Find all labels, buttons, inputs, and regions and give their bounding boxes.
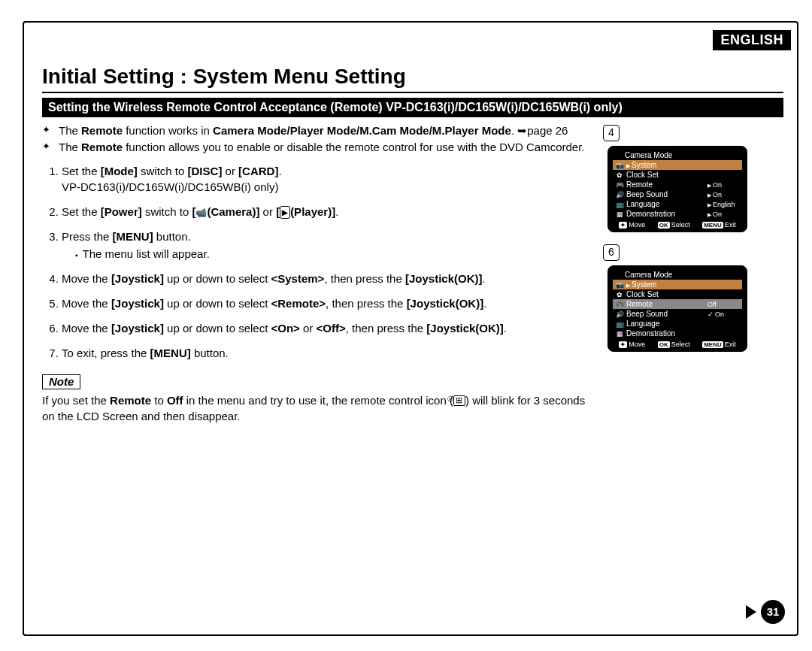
lcd-row-label: Language	[625, 200, 707, 208]
lcd-row-icon: 📷	[614, 281, 625, 289]
step-1: Set the [Mode] switch to [DISC] or [CARD…	[62, 163, 595, 195]
lcd-menu-rows: 📷System✿Clock Set🎮RemoteOn🔊Beep SoundOn📺…	[613, 160, 742, 219]
lcd-row-value: Off	[707, 301, 742, 308]
lcd-row-label: Clock Set	[625, 290, 707, 298]
lcd-row-icon: 🎮	[614, 181, 625, 189]
lcd-row-icon: ✿	[614, 291, 625, 298]
lcd-row-value: On	[707, 181, 742, 189]
camera-icon	[195, 205, 207, 218]
step-5: Move the [Joystick] up or down to select…	[62, 295, 595, 311]
lcd-row-icon: 🔊	[614, 191, 625, 198]
lcd-mode-title: Camera Mode	[625, 151, 742, 159]
lcd-row-value: On	[707, 310, 742, 318]
lcd-menu-row: 📺Language	[613, 319, 742, 329]
lcd-row-label: Beep Sound	[625, 310, 707, 318]
text: .	[511, 124, 517, 137]
lcd-row-label: Language	[625, 319, 707, 328]
lcd-menu-row: ▦Demonstration	[613, 329, 742, 338]
lcd-row-label: System	[625, 280, 707, 289]
lcd-row-icon: 🔊	[614, 310, 625, 318]
lcd-footer: ✦Move OKSelect MENUExit	[613, 341, 742, 348]
lcd-menu-row: 📷System	[613, 280, 742, 289]
title-rule	[42, 92, 783, 93]
step-3: Press the [MENU] button. The menu list w…	[62, 229, 595, 262]
body-column: The Remote function works in Camera Mode…	[42, 123, 603, 424]
lcd-menu-row: 📺LanguageEnglish	[613, 199, 742, 209]
lcd-menu-row: 🔊Beep SoundOn	[613, 189, 742, 199]
steps-list: Set the [Mode] switch to [DISC] or [CARD…	[42, 163, 595, 361]
lcd-screenshot-6: Camera Mode 📷System✿Clock Set🎮RemoteOff🔊…	[607, 265, 747, 352]
page-ref-arrow-icon	[517, 124, 527, 137]
step-3-sub: The menu list will appear.	[75, 246, 595, 262]
text: The	[59, 141, 81, 153]
step-7: To exit, press the [MENU] button.	[62, 345, 595, 361]
text: Remote	[81, 124, 123, 137]
figure-column: 4 Camera Mode 📷System✿Clock Set🎮RemoteOn…	[603, 123, 783, 424]
lcd-menu-row: 🔊Beep SoundOn	[613, 309, 742, 319]
figure-4-callout: 4	[603, 125, 620, 141]
lcd-row-label: System	[625, 161, 707, 169]
manual-page: ENGLISH Initial Setting : System Menu Se…	[0, 0, 812, 651]
figure-6-callout: 6	[603, 244, 620, 261]
bullet-2: The Remote function allows you to enable…	[59, 140, 595, 155]
text: function works in	[123, 124, 213, 137]
remote-blocked-icon	[453, 395, 465, 406]
lcd-row-icon: 📷	[614, 162, 625, 169]
text: page 26	[527, 124, 568, 137]
lcd-footer: ✦Move OKSelect MENUExit	[613, 221, 742, 229]
lcd-menu-row: ✿Clock Set	[613, 289, 742, 299]
lcd-row-value: On	[707, 210, 742, 218]
lcd-row-icon: 📺	[614, 320, 625, 328]
lcd-row-label: Remote	[625, 180, 707, 189]
lcd-row-label: Clock Set	[625, 171, 707, 179]
page-title: Initial Setting : System Menu Setting	[42, 65, 783, 89]
step-6: Move the [Joystick] up or down to select…	[62, 320, 595, 336]
step-1-note: VP-DC163(i)/DC165W(i)/DC165WB(i) only)	[62, 180, 278, 193]
lcd-menu-row: 📷System	[613, 160, 742, 170]
text: Camera Mode/Player Mode/M.Cam Mode/M.Pla…	[213, 124, 511, 137]
lcd-row-icon: ▦	[614, 330, 625, 338]
step-4: Move the [Joystick] up or down to select…	[62, 271, 595, 286]
lcd-row-icon: ✿	[614, 171, 625, 179]
lcd-menu-row: 🎮RemoteOff	[613, 299, 742, 309]
lcd-menu-rows: 📷System✿Clock Set🎮RemoteOff🔊Beep SoundOn…	[613, 280, 742, 338]
lcd-row-value: On	[707, 191, 742, 198]
lcd-menu-row: ✿Clock Set	[613, 170, 742, 180]
lcd-row-icon: ▦	[614, 210, 625, 218]
lcd-mode-title: Camera Mode	[625, 271, 742, 279]
text: function allows you to enable or disable…	[123, 141, 584, 153]
section-banner: Setting the Wireless Remote Control Acce…	[42, 98, 783, 117]
note-heading: Note	[42, 374, 80, 389]
player-icon	[280, 206, 290, 219]
page-corner-triangle-icon	[746, 605, 756, 619]
text: Remote	[81, 141, 123, 153]
text: The	[59, 124, 81, 137]
lcd-menu-row: ▦DemonstrationOn	[613, 209, 742, 219]
page-number: 31	[761, 600, 785, 624]
lcd-screenshot-4: Camera Mode 📷System✿Clock Set🎮RemoteOn🔊B…	[607, 146, 747, 232]
intro-bullets: The Remote function works in Camera Mode…	[42, 123, 595, 156]
lcd-row-label: Beep Sound	[625, 190, 707, 198]
lcd-row-value: English	[707, 201, 742, 208]
step-2: Set the [Power] switch to [(Camera)] or …	[62, 204, 595, 220]
lcd-row-label: Remote	[625, 300, 707, 308]
bullet-1: The Remote function works in Camera Mode…	[59, 123, 595, 138]
note-body: If you set the Remote to Off in the menu…	[42, 392, 595, 424]
lcd-row-icon: 🎮	[614, 301, 625, 308]
lcd-menu-row: 🎮RemoteOn	[613, 180, 742, 189]
lcd-row-icon: 📺	[614, 201, 625, 208]
lcd-row-label: Demonstration	[625, 329, 707, 338]
lcd-row-label: Demonstration	[625, 210, 707, 218]
